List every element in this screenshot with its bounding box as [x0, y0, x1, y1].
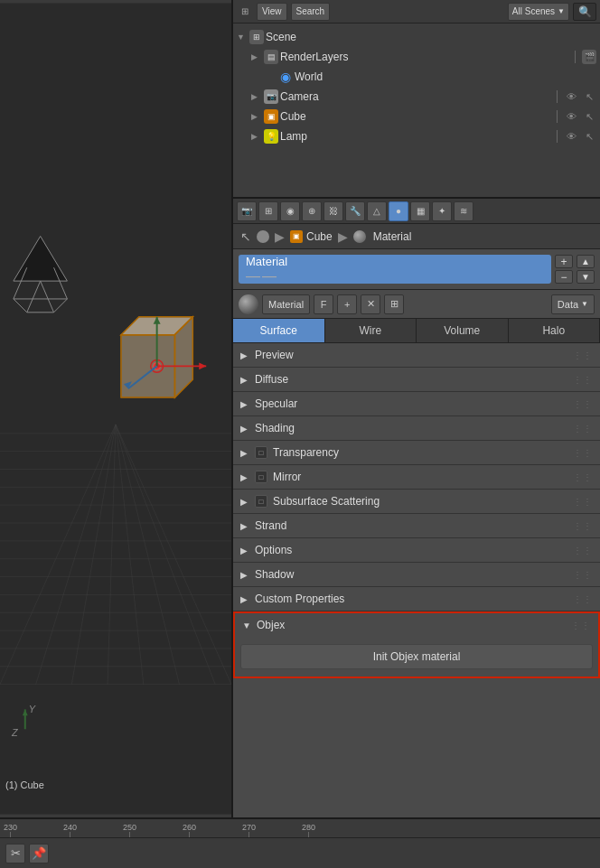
section-transparency-header[interactable]: ▶ □ Transparency ⋮⋮ — [233, 441, 600, 464]
material-x-button[interactable]: ✕ — [361, 294, 380, 314]
material-name-box[interactable]: Material —— — [239, 255, 551, 284]
render-icon[interactable]: 📷 — [237, 201, 257, 221]
cursor-nav-icon: ↖ — [240, 229, 251, 244]
tab-surface[interactable]: Surface — [233, 319, 325, 342]
mirror-label: Mirror — [273, 471, 567, 483]
camera-icon: 📷 — [264, 89, 278, 104]
search-menu-button[interactable]: Search — [291, 3, 331, 21]
material-move-up[interactable]: ▲ — [577, 255, 595, 268]
material-controls: Material F + ✕ ⊞ Data ▼ — [233, 290, 600, 319]
timeline-controls: ✂ 📌 — [0, 838, 600, 868]
sphere-icon — [257, 230, 269, 243]
section-specular-header[interactable]: ▶ Specular ⋮⋮ — [233, 392, 600, 415]
properties-panel: 📷 ⊞ ◉ ⊕ ⛓ 🔧 △ ● ▦ ✦ ≋ ↖ ▶ ▣ Cube ▶ — [233, 199, 600, 817]
ruler-label: 240 — [63, 823, 77, 832]
material-data-dropdown[interactable]: Data ▼ — [551, 294, 595, 314]
viewport-panel: User Persp — [0, 0, 233, 817]
cube-bc-icon: ▣ — [290, 230, 303, 243]
grip-icon: ⋮⋮ — [573, 350, 593, 360]
ruler-label: 230 — [4, 823, 17, 832]
data-icon[interactable]: △ — [367, 201, 387, 221]
shadow-label: Shadow — [255, 568, 567, 581]
material-list: Material —— + − ▲ ▼ — [233, 249, 600, 290]
section-diffuse-header[interactable]: ▶ Diffuse ⋮⋮ — [233, 368, 600, 391]
section-objex-header[interactable]: ▼ Objex ⋮⋮ — [235, 613, 598, 637]
tree-item-camera[interactable]: ▶ 📷 Camera 👁 ↖ — [233, 87, 600, 107]
breadcrumb-cursor[interactable]: ↖ — [240, 229, 251, 244]
material-slot-dropdown[interactable]: Material — [262, 294, 310, 314]
section-mirror-header[interactable]: ▶ □ Mirror ⋮⋮ — [233, 465, 600, 489]
grip-icon: ⋮⋮ — [571, 621, 591, 630]
material-f-button[interactable]: F — [314, 294, 333, 314]
arrow-icon: ▶ — [240, 521, 249, 531]
section-diffuse: ▶ Diffuse ⋮⋮ — [233, 368, 600, 392]
properties-content[interactable]: ▶ Preview ⋮⋮ ▶ Diffuse ⋮⋮ ▶ Specular ⋮⋮ — [233, 343, 600, 817]
tab-wire[interactable]: Wire — [325, 319, 417, 342]
material-remove-button[interactable]: − — [555, 270, 573, 284]
object-icon[interactable]: ⊕ — [302, 201, 322, 221]
material-add-button[interactable]: + — [555, 255, 573, 268]
constraints-icon[interactable]: ⛓ — [323, 201, 343, 221]
scissors-icon[interactable]: ✂ — [5, 844, 25, 863]
eye-icon[interactable]: 👁 — [564, 109, 578, 124]
section-custom-props: ▶ Custom Properties ⋮⋮ — [233, 587, 600, 611]
breadcrumb: ↖ ▶ ▣ Cube ▶ Material — [233, 224, 600, 249]
cursor-icon[interactable]: ↖ — [582, 129, 596, 144]
tree-item-lamp[interactable]: ▶ 💡 Lamp 👁 ↖ — [233, 126, 600, 146]
options-label: Options — [255, 544, 567, 556]
properties-toolbar: 📷 ⊞ ◉ ⊕ ⛓ 🔧 △ ● ▦ ✦ ≋ — [233, 199, 600, 224]
outliner-header: ⊞ View Search All Scenes ▼ 🔍 — [233, 0, 600, 23]
section-specular: ▶ Specular ⋮⋮ — [233, 392, 600, 416]
view-menu-button[interactable]: View — [257, 3, 287, 21]
outliner-panel: ⊞ View Search All Scenes ▼ 🔍 ▼ ⊞ Scene ▶… — [233, 0, 600, 199]
search-icon[interactable]: 🔍 — [573, 3, 596, 21]
grip-icon: ⋮⋮ — [573, 594, 593, 604]
particles-icon[interactable]: ✦ — [432, 201, 452, 221]
timeline-ruler[interactable]: 230 240 250 260 270 280 — [0, 819, 600, 838]
material-copy-button[interactable]: ⊞ — [384, 294, 404, 314]
section-shading-header[interactable]: ▶ Shading ⋮⋮ — [233, 416, 600, 440]
section-custom-props-header[interactable]: ▶ Custom Properties ⋮⋮ — [233, 587, 600, 611]
eye-icon[interactable]: 👁 — [564, 129, 578, 144]
material-name-text: Material — [246, 255, 544, 268]
tab-volume[interactable]: Volume — [417, 319, 509, 342]
transparency-toggle-icon[interactable]: □ — [255, 446, 267, 459]
diffuse-label: Diffuse — [255, 373, 567, 386]
section-subsurface-header[interactable]: ▶ □ Subsurface Scattering ⋮⋮ — [233, 490, 600, 513]
expand-icon: ▶ — [251, 112, 262, 121]
panel-switch-icon[interactable]: ⊞ — [237, 4, 253, 20]
renderlayers-label: RenderLayers — [280, 51, 570, 63]
expand-icon: ▶ — [251, 52, 262, 61]
tree-item-world[interactable]: ◉ World — [233, 67, 600, 87]
cursor-icon[interactable]: ↖ — [582, 109, 596, 124]
section-preview-header[interactable]: ▶ Preview ⋮⋮ — [233, 343, 600, 367]
pin-icon[interactable]: 📌 — [29, 844, 49, 863]
texture-icon[interactable]: ▦ — [410, 201, 430, 221]
modifiers-icon[interactable]: 🔧 — [345, 201, 365, 221]
world-icon[interactable]: ◉ — [280, 201, 300, 221]
physics-icon[interactable]: ≋ — [454, 201, 473, 221]
section-shadow-header[interactable]: ▶ Shadow ⋮⋮ — [233, 563, 600, 586]
material-icon[interactable]: ● — [389, 201, 408, 221]
breadcrumb-cube[interactable]: ▣ Cube — [290, 230, 333, 243]
scene-icon[interactable]: ⊞ — [258, 201, 278, 221]
material-add-slot-button[interactable]: + — [337, 294, 357, 314]
mirror-toggle-icon[interactable]: □ — [255, 471, 267, 483]
breadcrumb-material[interactable]: Material — [353, 230, 412, 243]
scenes-dropdown[interactable]: All Scenes ▼ — [508, 3, 569, 21]
section-strand-header[interactable]: ▶ Strand ⋮⋮ — [233, 514, 600, 537]
tree-item-scene[interactable]: ▼ ⊞ Scene — [233, 27, 600, 47]
material-preview-sphere — [239, 294, 258, 314]
section-options-header[interactable]: ▶ Options ⋮⋮ — [233, 538, 600, 562]
viewport-canvas[interactable]: Z Y — [0, 0, 231, 817]
eye-icon[interactable]: 👁 — [564, 89, 578, 104]
tree-item-cube[interactable]: ▶ ▣ Cube 👁 ↖ — [233, 107, 600, 126]
tree-item-renderlayers[interactable]: ▶ ▤ RenderLayers 🎬 — [233, 47, 600, 67]
sss-toggle-icon[interactable]: □ — [255, 495, 267, 508]
breadcrumb-sphere[interactable] — [257, 230, 269, 243]
material-move-down[interactable]: ▼ — [577, 270, 595, 284]
init-objex-button[interactable]: Init Objex material — [240, 644, 593, 669]
tab-halo[interactable]: Halo — [509, 319, 601, 342]
cursor-icon[interactable]: ↖ — [582, 89, 596, 104]
breadcrumb-material-label: Material — [373, 230, 412, 243]
